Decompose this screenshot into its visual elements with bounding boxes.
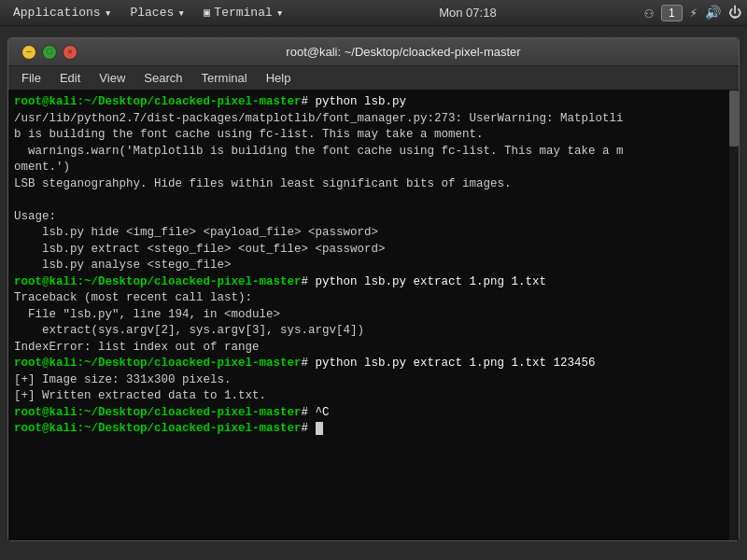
maximize-button[interactable]: □ xyxy=(42,45,57,60)
audio-icon[interactable]: 🔊 xyxy=(705,5,721,21)
places-arrow: ▾ xyxy=(177,6,185,21)
terminal-text: root@kali:~/Desktop/cloacked-pixel-maste… xyxy=(14,94,733,438)
scrollbar-thumb[interactable] xyxy=(729,91,739,147)
taskbar-right: ⚇ 1 ⚡ 🔊 ⏻ xyxy=(644,4,741,22)
menu-terminal[interactable]: Terminal xyxy=(192,68,257,88)
terminal-cursor xyxy=(316,422,323,435)
menubar: File Edit View Search Terminal Help xyxy=(8,66,739,91)
terminal-menu[interactable]: ▣ Terminal ▾ xyxy=(196,4,290,22)
terminal-label: Terminal xyxy=(214,6,272,20)
places-menu[interactable]: Places ▾ xyxy=(122,4,192,22)
menu-file[interactable]: File xyxy=(12,68,50,88)
window-title: root@kali: ~/Desktop/cloacked-pixel-mast… xyxy=(78,45,729,59)
terminal-icon: ▣ xyxy=(204,6,210,20)
scrollbar[interactable] xyxy=(729,91,739,540)
taskbar-left: Applications ▾ Places ▾ ▣ Terminal ▾ xyxy=(6,4,291,22)
applications-menu[interactable]: Applications ▾ xyxy=(6,4,119,22)
datetime-label: Mon 07:18 xyxy=(439,6,496,20)
network-icon[interactable]: ⚡ xyxy=(690,5,698,21)
applications-arrow: ▾ xyxy=(105,6,112,21)
menu-edit[interactable]: Edit xyxy=(50,68,90,88)
minimize-button[interactable]: ─ xyxy=(21,45,36,60)
power-icon[interactable]: ⏻ xyxy=(728,6,741,21)
taskbar-clock: Mon 07:18 xyxy=(439,6,496,20)
applications-label: Applications xyxy=(13,6,101,20)
menu-help[interactable]: Help xyxy=(257,68,301,88)
terminal-window: ─ □ ✕ root@kali: ~/Desktop/cloacked-pixe… xyxy=(7,37,740,541)
close-button[interactable]: ✕ xyxy=(63,45,78,60)
menu-view[interactable]: View xyxy=(90,68,134,88)
menu-search[interactable]: Search xyxy=(134,68,191,88)
workspace-badge[interactable]: 1 xyxy=(661,5,683,21)
places-label: Places xyxy=(130,6,174,20)
window-titlebar: ─ □ ✕ root@kali: ~/Desktop/cloacked-pixe… xyxy=(8,38,739,66)
people-icon[interactable]: ⚇ xyxy=(644,4,654,22)
window-controls: ─ □ ✕ xyxy=(18,45,78,60)
taskbar: Applications ▾ Places ▾ ▣ Terminal ▾ Mon… xyxy=(0,0,747,26)
terminal-arrow: ▾ xyxy=(276,6,284,21)
terminal-output[interactable]: root@kali:~/Desktop/cloacked-pixel-maste… xyxy=(8,91,739,540)
